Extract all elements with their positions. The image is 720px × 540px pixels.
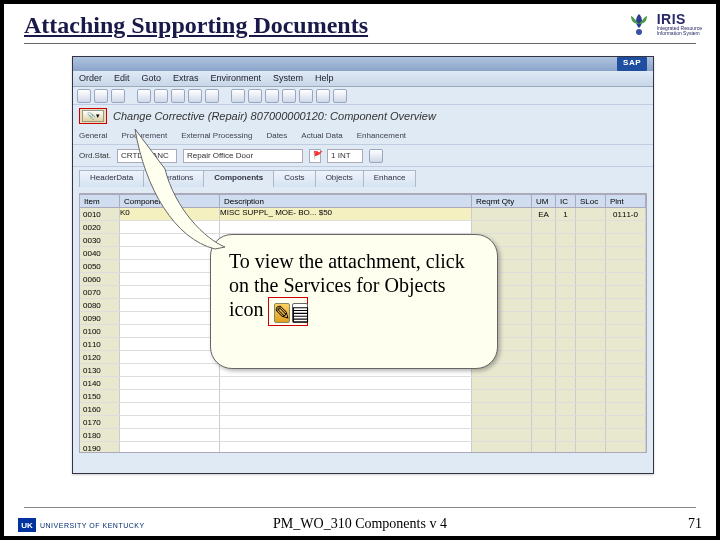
cell-plant[interactable] (606, 429, 646, 441)
app-tb-3[interactable]: Dates (266, 131, 287, 140)
menu-order[interactable]: Order (79, 73, 102, 84)
table-row[interactable]: 0180 (80, 429, 646, 442)
toolbar-btn[interactable] (316, 89, 330, 103)
cell-description[interactable] (220, 377, 472, 389)
cell-plant[interactable] (606, 325, 646, 337)
cell-sloc[interactable] (576, 429, 606, 441)
cell-qty[interactable] (472, 442, 532, 453)
cell-qty[interactable] (472, 416, 532, 428)
cell-ic[interactable] (556, 442, 576, 453)
cell-sloc[interactable] (576, 325, 606, 337)
order-help-icon[interactable] (369, 149, 383, 163)
cell-um[interactable] (532, 247, 556, 259)
toolbar-btn[interactable] (94, 89, 108, 103)
toolbar-btn[interactable] (205, 89, 219, 103)
cell-ic[interactable] (556, 247, 576, 259)
cell-um[interactable] (532, 351, 556, 363)
table-row[interactable]: 0170 (80, 416, 646, 429)
cell-um[interactable] (532, 260, 556, 272)
cell-qty[interactable] (472, 403, 532, 415)
toolbar-btn[interactable] (77, 89, 91, 103)
cell-um[interactable] (532, 429, 556, 441)
cell-sloc[interactable] (576, 403, 606, 415)
app-tb-0[interactable]: General (79, 131, 107, 140)
table-row[interactable]: 0160 (80, 403, 646, 416)
cell-qty[interactable] (472, 208, 532, 220)
cell-ic[interactable] (556, 325, 576, 337)
cell-ic[interactable] (556, 364, 576, 376)
cell-ic[interactable] (556, 403, 576, 415)
services-for-objects-icon[interactable]: 📎▾ (82, 110, 104, 122)
cell-description[interactable] (220, 429, 472, 441)
table-row[interactable]: 0140 (80, 377, 646, 390)
cell-component[interactable] (120, 364, 220, 376)
cell-plant[interactable] (606, 364, 646, 376)
cell-plant[interactable] (606, 351, 646, 363)
cell-ic[interactable] (556, 312, 576, 324)
cell-sloc[interactable] (576, 234, 606, 246)
cell-plant[interactable] (606, 390, 646, 402)
cell-sloc[interactable] (576, 351, 606, 363)
menu-extras[interactable]: Extras (173, 73, 199, 84)
cell-component[interactable] (120, 429, 220, 441)
cell-sloc[interactable] (576, 338, 606, 350)
order-flag-field[interactable]: 🚩 (309, 149, 321, 163)
cell-um[interactable] (532, 234, 556, 246)
app-tb-4[interactable]: Actual Data (301, 131, 342, 140)
cell-plant[interactable] (606, 234, 646, 246)
tab-objects[interactable]: Objects (315, 170, 364, 187)
cell-um[interactable] (532, 377, 556, 389)
toolbar-btn[interactable] (265, 89, 279, 103)
cell-qty[interactable] (472, 429, 532, 441)
cell-ic[interactable] (556, 234, 576, 246)
toolbar-btn[interactable] (231, 89, 245, 103)
cell-component[interactable] (120, 442, 220, 453)
cell-plant[interactable] (606, 403, 646, 415)
cell-ic[interactable] (556, 286, 576, 298)
cell-plant[interactable] (606, 312, 646, 324)
cell-um[interactable] (532, 403, 556, 415)
cell-ic[interactable] (556, 416, 576, 428)
menu-help[interactable]: Help (315, 73, 334, 84)
toolbar-btn[interactable] (333, 89, 347, 103)
cell-sloc[interactable] (576, 442, 606, 453)
cell-component[interactable] (120, 390, 220, 402)
cell-description[interactable] (220, 442, 472, 453)
cell-component[interactable] (120, 351, 220, 363)
cell-ic[interactable]: 1 (556, 208, 576, 220)
cell-component[interactable] (120, 273, 220, 285)
cell-sloc[interactable] (576, 390, 606, 402)
cell-sloc[interactable] (576, 247, 606, 259)
cell-sloc[interactable] (576, 416, 606, 428)
cell-um[interactable] (532, 416, 556, 428)
cell-qty[interactable] (472, 377, 532, 389)
cell-description[interactable] (220, 416, 472, 428)
cell-sloc[interactable] (576, 377, 606, 389)
toolbar-btn[interactable] (171, 89, 185, 103)
menu-goto[interactable]: Goto (142, 73, 162, 84)
cell-sloc[interactable] (576, 312, 606, 324)
cell-description[interactable] (220, 403, 472, 415)
cell-plant[interactable] (606, 221, 646, 233)
cell-ic[interactable] (556, 260, 576, 272)
cell-sloc[interactable] (576, 364, 606, 376)
cell-ic[interactable] (556, 429, 576, 441)
cell-description[interactable] (220, 221, 472, 233)
cell-um[interactable] (532, 273, 556, 285)
app-tb-5[interactable]: Enhancement (357, 131, 406, 140)
menu-system[interactable]: System (273, 73, 303, 84)
cell-plant[interactable] (606, 377, 646, 389)
cell-um[interactable]: EA (532, 208, 556, 220)
cell-ic[interactable] (556, 299, 576, 311)
cell-ic[interactable] (556, 390, 576, 402)
cell-description[interactable]: MISC SUPPL_ MOE- BO... $50 (220, 208, 472, 220)
menu-edit[interactable]: Edit (114, 73, 130, 84)
cell-plant[interactable] (606, 299, 646, 311)
toolbar-btn[interactable] (248, 89, 262, 103)
cell-sloc[interactable] (576, 286, 606, 298)
toolbar-btn[interactable] (299, 89, 313, 103)
cell-ic[interactable] (556, 351, 576, 363)
cell-qty[interactable] (472, 221, 532, 233)
toolbar-btn[interactable] (188, 89, 202, 103)
cell-um[interactable] (532, 221, 556, 233)
